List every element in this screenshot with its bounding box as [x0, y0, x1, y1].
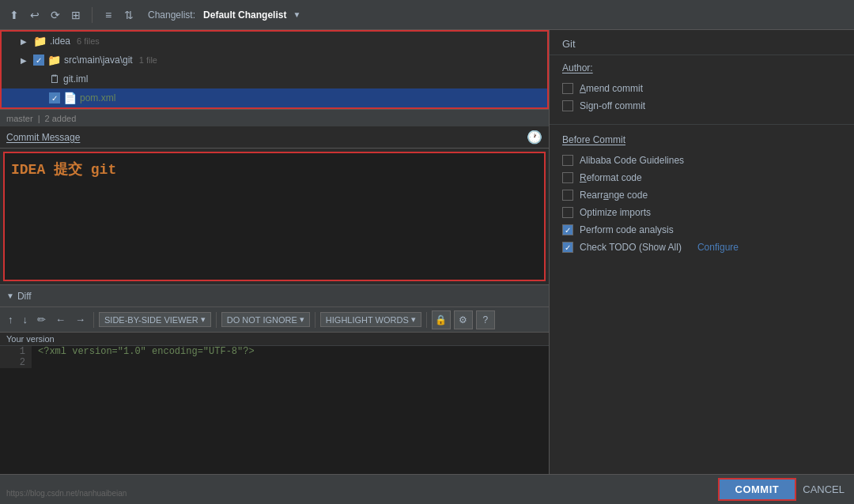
side-by-side-button[interactable]: SIDE-BY-SIDE VIEWER ▾	[99, 312, 211, 327]
git-panel-title: Git	[550, 30, 854, 55]
src-checkbox[interactable]: ✓	[33, 55, 44, 66]
tree-item-idea[interactable]: ▶ 📁 .idea 6 files	[2, 32, 547, 51]
configure-link[interactable]: Configure	[697, 242, 739, 253]
optimize-label: Optimize imports	[580, 207, 651, 218]
optimize-checkbox[interactable]	[562, 207, 573, 218]
reformat-option[interactable]: Reformat code	[562, 169, 841, 186]
do-not-ignore-button[interactable]: DO NOT IGNORE ▾	[221, 312, 310, 327]
line-num-2: 2	[0, 357, 32, 368]
rearrange-option[interactable]: Rearrange code	[562, 186, 841, 204]
pomxml-checkbox[interactable]: ✓	[49, 92, 60, 103]
checktodo-option[interactable]: ✓ Check TODO (Show All) Configure	[562, 239, 841, 256]
before-commit-section: Before Commit Alibaba Code Guidelines Re…	[550, 128, 854, 262]
side-by-side-dropdown-icon: ▾	[201, 314, 206, 325]
highlight-words-label: HIGHLIGHT WORDS	[326, 315, 409, 325]
diff-back-icon[interactable]: ←	[52, 312, 69, 327]
perform-label: Perform code analysis	[580, 224, 674, 235]
status-bar: master | 2 added	[0, 109, 549, 126]
added-count: 2 added	[44, 114, 76, 123]
lock-icon-btn[interactable]: 🔒	[432, 310, 451, 329]
idea-file-name: .idea	[50, 36, 70, 47]
commit-button[interactable]: COMMIT	[718, 478, 797, 501]
collapse-all-icon[interactable]: ⇅	[121, 7, 137, 23]
diff-toolbar: ↑ ↓ ✏ ← → SIDE-BY-SIDE VIEWER ▾ DO NOT I…	[0, 307, 549, 333]
git-author-section: Author: Amend commit Sign-off commit	[550, 55, 854, 121]
git-divider-1	[550, 124, 854, 125]
changelist-dropdown-icon[interactable]: ▼	[293, 10, 300, 19]
grid-icon[interactable]: ⊞	[68, 7, 84, 23]
highlight-words-button[interactable]: HIGHLIGHT WORDS ▾	[320, 312, 421, 327]
perform-checkbox[interactable]: ✓	[562, 224, 573, 235]
perform-option[interactable]: ✓ Perform code analysis	[562, 221, 841, 239]
amend-commit-label: Amend commit	[580, 83, 643, 94]
amend-commit-option[interactable]: Amend commit	[562, 80, 841, 97]
idea-expand-arrow: ▶	[21, 37, 30, 46]
gitiml-file-icon: 🗒	[49, 73, 60, 85]
expand-all-icon[interactable]: ≡	[100, 7, 116, 23]
side-by-side-label: SIDE-BY-SIDE VIEWER	[104, 315, 198, 325]
do-not-ignore-dropdown-icon: ▾	[300, 314, 304, 325]
src-file-count: 1 file	[139, 55, 157, 65]
idea-folder-icon: 📁	[33, 35, 47, 47]
file-tree: ▶ 📁 .idea 6 files ▶ ✓ 📁 src\main\java\gi…	[0, 30, 549, 109]
refresh-icon[interactable]: ⟳	[47, 7, 63, 23]
url-watermark: https://blog.csdn.net/nanhuaibeian	[6, 489, 127, 498]
right-panel: Git Author: Amend commit Sign-off commit…	[550, 30, 854, 504]
settings-icon-btn[interactable]: ⚙	[454, 310, 473, 329]
alibaba-label: Alibaba Code Guidelines	[580, 155, 684, 166]
src-file-name: src\main\java\git	[64, 55, 133, 66]
diff-label: Diff	[17, 291, 32, 302]
bottom-action-bar: https://blog.csdn.net/nanhuaibeian COMMI…	[0, 474, 854, 504]
main-toolbar: ⬆ ↩ ⟳ ⊞ ≡ ⇅ Changelist: Default Changeli…	[0, 0, 854, 30]
do-not-ignore-label: DO NOT IGNORE	[227, 315, 297, 325]
reformat-label: Reformat code	[580, 172, 642, 183]
signoff-checkbox[interactable]	[562, 100, 573, 111]
status-sep: |	[38, 114, 40, 123]
checktodo-label: Check TODO (Show All)	[580, 242, 682, 253]
diff-version-label: Your version	[0, 333, 549, 346]
highlight-words-dropdown-icon: ▾	[411, 314, 416, 325]
cancel-button[interactable]: CANCEL	[803, 483, 845, 495]
gitiml-file-name: git.iml	[63, 73, 88, 85]
commit-msg-header: Commit Message 🕐	[0, 126, 549, 149]
diff-forward-icon[interactable]: →	[72, 312, 89, 327]
commit-msg-label: Commit Message	[6, 132, 80, 143]
signoff-commit-label: Sign-off commit	[580, 100, 645, 111]
help-icon-btn[interactable]: ?	[476, 310, 495, 329]
diff-up-icon[interactable]: ↑	[5, 312, 17, 327]
line-content-2	[32, 357, 38, 368]
diff-toolbar-sep1	[93, 312, 94, 328]
changelist-value: Default Changelist	[203, 9, 286, 21]
rearrange-checkbox[interactable]	[562, 190, 573, 201]
before-commit-label: Before Commit	[562, 134, 841, 145]
diff-line-1: 1 <?xml version="1.0" encoding="UTF-8"?>	[0, 346, 549, 357]
commit-msg-history-icon[interactable]: 🕐	[527, 130, 542, 145]
src-expand-arrow: ▶	[21, 56, 30, 65]
tree-item-src[interactable]: ▶ ✓ 📁 src\main\java\git 1 file	[2, 51, 547, 70]
tree-item-gitiml[interactable]: 🗒 git.iml	[2, 70, 547, 88]
diff-edit-icon[interactable]: ✏	[34, 312, 49, 327]
move-to-changelist-icon[interactable]: ⬆	[6, 7, 22, 23]
tree-item-pomxml[interactable]: ✓ 📄 pom.xml	[2, 88, 547, 107]
pomxml-file-name: pom.xml	[80, 92, 115, 103]
optimize-option[interactable]: Optimize imports	[562, 204, 841, 221]
commit-message-input[interactable]: IDEA 提交 git	[3, 152, 546, 281]
diff-toolbar-sep4	[426, 312, 427, 328]
diff-section: ▼ Diff ↑ ↓ ✏ ← → SIDE-BY-SIDE VIEWER ▾ D…	[0, 284, 549, 504]
main-container: ▶ 📁 .idea 6 files ▶ ✓ 📁 src\main\java\gi…	[0, 30, 854, 504]
rearrange-label: Rearrange code	[580, 190, 648, 201]
alibaba-option[interactable]: Alibaba Code Guidelines	[562, 152, 841, 169]
left-panel: ▶ 📁 .idea 6 files ▶ ✓ 📁 src\main\java\gi…	[0, 30, 550, 504]
toolbar-separator	[92, 7, 93, 23]
signoff-commit-option[interactable]: Sign-off commit	[562, 97, 841, 115]
diff-down-icon[interactable]: ↓	[20, 312, 32, 327]
alibaba-checkbox[interactable]	[562, 155, 573, 166]
checktodo-checkbox[interactable]: ✓	[562, 242, 573, 253]
src-folder-icon: 📁	[47, 54, 61, 66]
diff-toolbar-sep3	[315, 312, 316, 328]
line-content-1: <?xml version="1.0" encoding="UTF-8"?>	[32, 346, 255, 357]
diff-expand-icon[interactable]: ▼	[6, 291, 14, 300]
undo-icon[interactable]: ↩	[27, 7, 43, 23]
amend-checkbox[interactable]	[562, 83, 573, 94]
reformat-checkbox[interactable]	[562, 172, 573, 183]
